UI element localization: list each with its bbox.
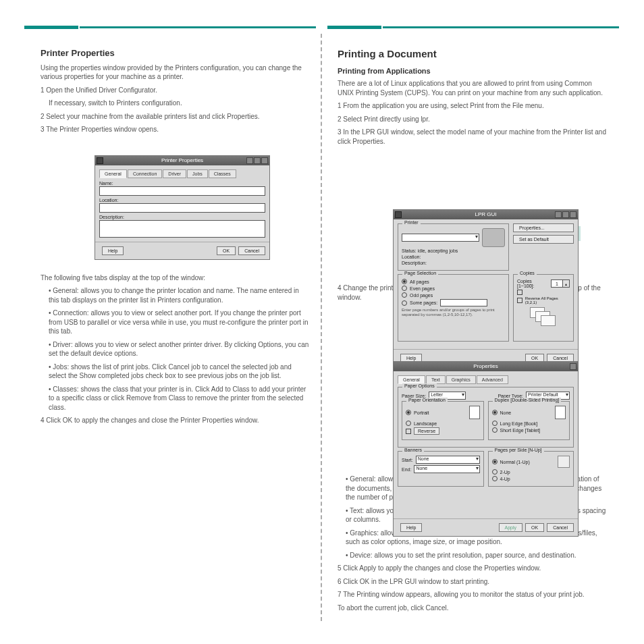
location-label: Location: [99,198,265,203]
minimize-icon[interactable] [555,211,562,218]
portrait-radio[interactable] [406,410,411,415]
left-after-dlg: The following five tabs display at the t… [41,273,311,283]
left-step2: 2 Select your machine from the available… [41,112,311,122]
duplex-legend: Duplex [Double-Sided Printing] [493,398,562,402]
right-step5: 5 Click Apply to apply the changes and c… [338,564,608,573]
landscape-radio[interactable] [406,421,411,426]
right-intro: There are a lot of Linux applications th… [338,79,608,97]
name-label: Name: [99,181,265,186]
close-icon[interactable] [261,157,268,164]
printer-status: Status: idle, accepting jobs [402,248,505,253]
orientation-frame: Paper Orientation Portrait Landscape Rev… [402,401,484,440]
tab-graphics[interactable]: Graphics [446,375,476,384]
minimize-icon[interactable] [246,157,253,164]
set-default-button[interactable]: Set as Default [513,235,574,244]
right-step2: 2 Select Print directly using lpr. [338,115,608,124]
location-input[interactable] [99,203,265,213]
some-pages-input[interactable] [440,299,487,306]
page-selection-legend: Page Selection [402,271,438,275]
tab-advanced[interactable]: Advanced [477,375,508,384]
ok-button[interactable]: OK [525,523,544,532]
right-abort: To abort the current job, click Cancel. [338,603,608,613]
nup-4-label: 4-Up [500,477,510,481]
ok-button[interactable]: OK [217,246,236,255]
right-step1: 1 From the application you are using, se… [338,101,608,111]
odd-pages-radio[interactable] [402,292,407,298]
apply-button[interactable]: Apply [499,523,523,532]
banners-legend: Banners [402,448,424,452]
name-input[interactable] [99,186,265,196]
even-pages-radio[interactable] [402,286,407,291]
cancel-button[interactable]: Cancel [238,246,265,255]
bullet-driver: • Driver: allows you to view or select a… [49,340,311,358]
spinner-arrows-icon[interactable]: ▴ [563,279,570,288]
right-subheading: Printing from Applications [338,66,608,76]
copies-legend: Copies [518,271,537,275]
tab-jobs[interactable]: Jobs [187,169,208,178]
printer-select[interactable] [402,234,479,242]
nup-4-radio[interactable] [492,476,498,481]
left-step1: 1 Open the Unified Driver Configurator. [41,86,311,95]
right-heading: Printing a Document [338,47,608,61]
duplex-short-radio[interactable] [492,427,498,433]
dlg1-titlebar[interactable]: Printer Properties [95,156,269,165]
portrait-label: Portrait [414,410,429,415]
duplex-none-label: None [500,410,512,415]
nup-1-radio[interactable] [492,459,498,464]
nup-frame: Pages per Side [N-Up] Normal (1-Up) 2-Up… [488,451,574,487]
reverse-checkbox[interactable] [406,429,411,434]
bullet-jobs: • Jobs: shows the list of print jobs. Cl… [49,363,311,381]
banners-frame: Banners Start:None End:None [398,451,484,487]
copies-spinner[interactable]: 1▴ [551,279,570,288]
some-pages-radio[interactable] [402,300,407,306]
maximize-icon[interactable] [562,211,569,218]
tab-driver[interactable]: Driver [163,169,186,178]
cancel-button[interactable]: Cancel [547,523,574,532]
nup-1-label: Normal (1-Up) [500,460,530,464]
collate-checkbox[interactable] [517,290,522,295]
dlg3-titlebar[interactable]: Properties [394,362,578,371]
copies-frame: Copies Copies [1~100]: 1▴ Reverse All Pa… [513,274,574,342]
start-banner-select[interactable]: None [416,456,480,464]
duplex-none-radio[interactable] [492,410,498,415]
dlg1-tabs: General Connection Driver Jobs Classes [99,169,265,178]
dlg2-title: LPR GUI [475,211,496,217]
bullet-general: • General: allows you to change the prin… [49,286,311,304]
right-bul-device: • Device: allows you to set the print re… [346,551,608,560]
bullet-connection: • Connection: allows you to view or sele… [49,308,311,336]
printer-location: Location: [402,254,505,259]
help-button[interactable]: Help [400,523,422,532]
end-label: End: [402,467,411,472]
tab-general[interactable]: General [99,169,127,178]
nup-2-radio[interactable] [492,469,498,475]
left-step1b: If necessary, switch to Printers configu… [49,99,311,108]
tab-connection[interactable]: Connection [128,169,162,178]
left-step3: 3 The Printer Properties window opens. [41,125,311,134]
dlg2-titlebar[interactable]: LPR GUI [394,210,578,219]
end-banner-select[interactable]: None [414,465,479,473]
maximize-icon[interactable] [254,157,261,164]
printer-icon [482,228,505,247]
help-button[interactable]: Help [102,246,124,255]
duplex-long-radio[interactable] [492,421,498,426]
duplex-long-label: Long Edge [Book] [500,421,538,426]
window-menu-icon[interactable] [97,157,103,164]
dlg1-window-controls [246,157,268,164]
all-pages-radio[interactable] [402,279,407,284]
page-selection-frame: Page Selection All pages Even pages Odd … [398,274,509,342]
reverse-checkbox[interactable] [517,298,522,303]
copies-value: 1 [551,279,563,288]
dlg3-window-controls [570,363,576,370]
description-label: Description: [99,215,265,219]
description-input[interactable] [99,220,265,238]
properties-dialog: Properties General Text Graphics Advance… [393,361,579,537]
all-pages-label: All pages [410,279,429,284]
dlg3-title: Properties [473,363,498,369]
close-icon[interactable] [570,211,576,218]
rule-right-bar [383,26,619,28]
properties-button[interactable]: Properties... [513,223,574,232]
dlg2-window-controls [555,211,576,218]
close-icon[interactable] [570,363,576,370]
tab-classes[interactable]: Classes [209,169,236,178]
window-menu-icon[interactable] [395,211,402,218]
